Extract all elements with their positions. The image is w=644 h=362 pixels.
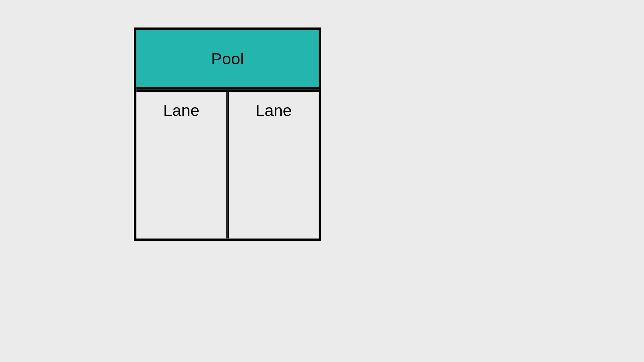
lane-1: Lane [137, 92, 228, 238]
pool-header-label: Pool [211, 49, 244, 68]
lane-1-label: Lane [163, 101, 199, 120]
lane-2: Lane [227, 92, 319, 238]
lanes-row: Lane Lane [137, 90, 319, 239]
pool: Pool Lane Lane [134, 27, 321, 241]
pool-header: Pool [137, 30, 319, 90]
lane-2-label: Lane [256, 101, 292, 120]
